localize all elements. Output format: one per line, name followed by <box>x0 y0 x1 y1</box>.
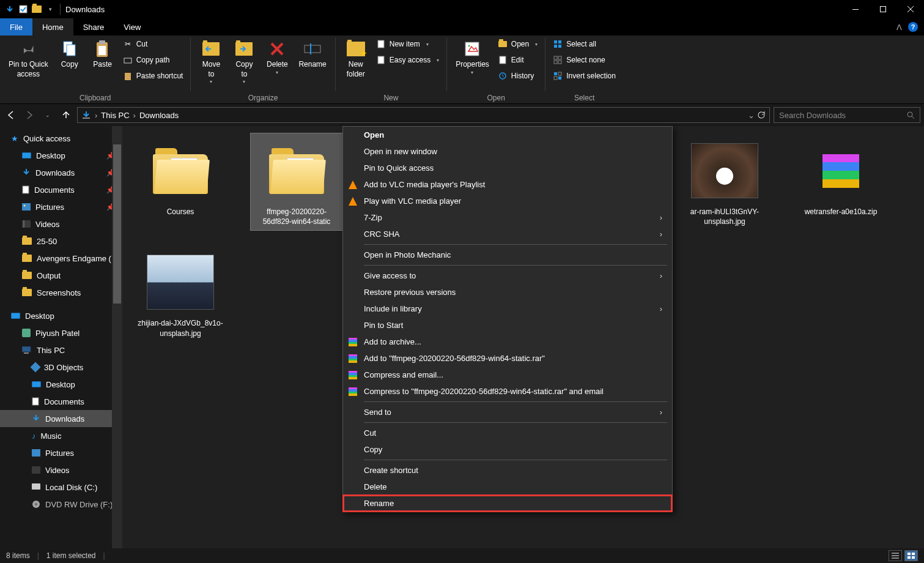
delete-button[interactable]: Delete▾ <box>262 37 292 78</box>
paste-shortcut-button[interactable]: Paste shortcut <box>120 69 186 83</box>
ctx-delete[interactable]: Delete <box>343 479 672 495</box>
forward-button[interactable] <box>22 108 37 122</box>
file-item-city[interactable]: zhijian-dai-JXdVGb_8v1o-unsplash.jpg <box>135 245 226 341</box>
ctx-cut[interactable]: Cut <box>343 425 672 441</box>
sidebar-pc-documents[interactable]: Documents <box>0 393 122 410</box>
address-dropdown-icon[interactable]: ⌄ <box>748 111 755 120</box>
maximize-button[interactable] <box>869 0 896 18</box>
ctx-photo-mechanic[interactable]: Open in Photo Mechanic <box>343 247 672 263</box>
sidebar-pc-music[interactable]: ♪Music <box>0 427 122 444</box>
ctx-pin-quick-access[interactable]: Pin to Quick access <box>343 160 672 176</box>
search-input[interactable]: Search Downloads <box>774 107 920 123</box>
easy-access-button[interactable]: Easy access▾ <box>374 53 442 67</box>
ctx-vlc-play[interactable]: Play with VLC media player <box>343 193 672 209</box>
sidebar-3d-objects[interactable]: 3D Objects <box>0 359 122 376</box>
history-button[interactable]: History <box>495 69 540 83</box>
minimize-button[interactable] <box>841 0 869 18</box>
sidebar-dvd[interactable]: DVD RW Drive (F:) <box>0 496 122 513</box>
sidebar-avengers[interactable]: Avengers Endgame ( <box>0 250 122 267</box>
up-button[interactable] <box>59 108 73 122</box>
view-details-button[interactable] <box>889 550 902 561</box>
tab-share[interactable]: Share <box>73 18 114 35</box>
sidebar-documents[interactable]: Documents📌 <box>0 181 122 198</box>
chevron-right-icon[interactable]: › <box>95 111 97 120</box>
invert-selection-button[interactable]: Invert selection <box>550 69 618 83</box>
file-item-zip[interactable]: wetransfer-a0e10a.zip <box>795 133 887 230</box>
view-large-icons-button[interactable] <box>904 550 918 561</box>
pin-quick-access-button[interactable]: Pin to Quick access <box>5 37 52 81</box>
sidebar-output[interactable]: Output <box>0 267 122 284</box>
sidebar-pc-downloads[interactable]: Downloads <box>0 410 122 427</box>
ctx-7zip[interactable]: 7-Zip› <box>343 209 672 226</box>
sidebar-this-pc[interactable]: This PC <box>0 341 122 359</box>
file-item-courses[interactable]: Courses <box>135 133 226 230</box>
chevron-right-icon[interactable]: › <box>133 111 136 120</box>
ctx-open[interactable]: Open <box>343 127 672 143</box>
collapse-ribbon-icon[interactable]: ᐱ <box>896 23 902 32</box>
open-button[interactable]: Open▾ <box>495 37 540 51</box>
chevron-right-icon: › <box>660 229 662 239</box>
file-item-arch[interactable]: ar-ram-ihULI3tGnVY-unsplash.jpg <box>679 133 771 230</box>
ctx-compress-rar-email[interactable]: Compress to "ffmpeg-20200220-56df829-win… <box>343 383 672 400</box>
sidebar-downloads[interactable]: Downloads📌 <box>0 164 122 181</box>
back-button[interactable] <box>4 108 18 122</box>
sidebar-scrollbar[interactable] <box>112 126 122 548</box>
sidebar-disk-c[interactable]: Local Disk (C:) <box>0 479 122 496</box>
new-item-button[interactable]: New item▾ <box>374 37 442 51</box>
folder-icon[interactable] <box>32 4 42 14</box>
cut-button[interactable]: ✂Cut <box>120 37 186 51</box>
sidebar-25-50[interactable]: 25-50 <box>0 233 122 250</box>
ctx-copy[interactable]: Copy <box>343 441 672 458</box>
copy-button[interactable]: Copy <box>54 37 85 72</box>
select-none-button[interactable]: Select none <box>550 53 618 67</box>
ctx-compress-email[interactable]: Compress and email... <box>343 367 672 383</box>
ctx-add-rar[interactable]: Add to "ffmpeg-20200220-56df829-win64-st… <box>343 350 672 367</box>
ctx-add-archive[interactable]: Add to archive... <box>343 334 672 350</box>
rename-button[interactable]: Rename <box>295 37 330 72</box>
help-icon[interactable]: ? <box>908 22 918 32</box>
new-folder-button[interactable]: ✦New folder <box>341 37 371 81</box>
ctx-vlc-playlist[interactable]: Add to VLC media player's Playlist <box>343 176 672 193</box>
scrollbar-thumb[interactable] <box>113 144 121 304</box>
file-item-ffmpeg[interactable]: ffmpeg-20200220-56df829-win64-static <box>251 133 342 230</box>
address-bar[interactable]: › This PC › Downloads ⌄ <box>77 107 770 123</box>
ctx-pin-start[interactable]: Pin to Start <box>343 317 672 334</box>
ctx-create-shortcut[interactable]: Create shortcut <box>343 462 672 479</box>
properties-button[interactable]: Properties▾ <box>452 37 493 78</box>
ctx-send-to[interactable]: Send to› <box>343 404 672 420</box>
ctx-restore-versions[interactable]: Restore previous versions <box>343 284 672 300</box>
edit-button[interactable]: Edit <box>495 53 540 67</box>
close-button[interactable] <box>896 0 924 18</box>
content-area[interactable]: Courses ffmpeg-20200220-56df829-win64-st… <box>122 126 924 548</box>
sidebar-pc-videos[interactable]: Videos <box>0 461 122 479</box>
ctx-give-access[interactable]: Give access to› <box>343 267 672 284</box>
ctx-crc-sha[interactable]: CRC SHA› <box>343 226 672 242</box>
recent-button[interactable]: ⌄ <box>40 108 55 122</box>
sidebar-screenshots[interactable]: Screenshots <box>0 284 122 301</box>
breadcrumb-this-pc[interactable]: This PC <box>101 111 129 120</box>
copy-to-button[interactable]: Copy to▾ <box>229 37 259 88</box>
paste-button[interactable]: Paste <box>87 37 118 72</box>
select-all-button[interactable]: Select all <box>550 37 618 51</box>
sidebar-pc-desktop[interactable]: Desktop <box>0 376 122 393</box>
refresh-icon[interactable] <box>757 111 766 120</box>
copy-path-button[interactable]: Copy path <box>120 53 186 67</box>
sidebar-user[interactable]: Piyush Patel <box>0 324 122 341</box>
qat-dropdown-icon[interactable]: ▾ <box>45 4 55 14</box>
sidebar-desktop[interactable]: Desktop📌 <box>0 147 122 164</box>
ctx-open-new-window[interactable]: Open in new window <box>343 143 672 160</box>
ctx-include-library[interactable]: Include in library› <box>343 300 672 317</box>
down-arrow-icon[interactable] <box>5 4 15 14</box>
ctx-rename[interactable]: Rename <box>343 495 672 512</box>
checkbox-icon[interactable] <box>18 4 28 14</box>
sidebar-quick-access[interactable]: ★Quick access <box>0 130 122 147</box>
sidebar-pc-pictures[interactable]: Pictures <box>0 444 122 461</box>
tab-file[interactable]: File <box>0 18 32 35</box>
tab-view[interactable]: View <box>114 18 150 35</box>
sidebar-pictures[interactable]: Pictures📌 <box>0 198 122 215</box>
sidebar-videos[interactable]: Videos <box>0 215 122 233</box>
breadcrumb-downloads[interactable]: Downloads <box>139 111 179 120</box>
tab-home[interactable]: Home <box>32 18 73 35</box>
move-to-button[interactable]: Move to▾ <box>196 37 226 88</box>
sidebar-desktop-tree[interactable]: Desktop <box>0 307 122 324</box>
